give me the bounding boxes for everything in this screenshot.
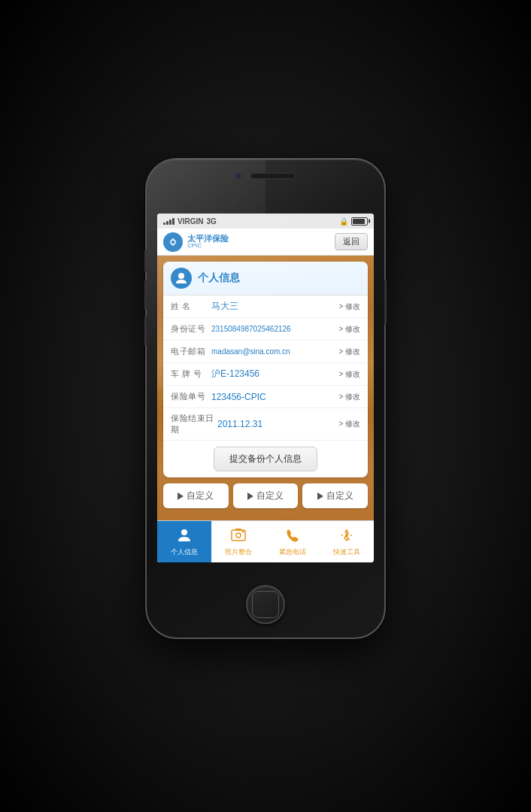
nav-tools[interactable]: 快速工具 xyxy=(320,521,374,562)
expiry-edit-btn[interactable]: > 修改 xyxy=(338,419,360,429)
play-icon-1 xyxy=(178,492,184,500)
nav-personal-label: 个人信息 xyxy=(171,547,198,557)
lock-icon: 🔒 xyxy=(339,217,348,226)
phone-top-area xyxy=(205,173,326,179)
status-right: 🔒 xyxy=(339,217,368,226)
custom-btn-label-1: 自定义 xyxy=(187,489,214,502)
home-button-inner xyxy=(252,591,279,618)
custom-button-3[interactable]: 自定义 xyxy=(302,483,368,508)
card-title: 个人信息 xyxy=(198,271,240,285)
bottom-navigation: 个人信息 照片整合 xyxy=(157,520,374,562)
app-logo: 太平洋保险 CPIC xyxy=(163,232,229,252)
custom-button-1[interactable]: 自定义 xyxy=(163,483,229,508)
phone-nav-svg xyxy=(284,527,301,544)
nav-tools-label: 快速工具 xyxy=(333,547,360,557)
signal-bar-4 xyxy=(172,218,174,225)
expiry-label: 保险结束日期 xyxy=(171,413,217,435)
home-button[interactable] xyxy=(246,585,285,624)
nav-photo-icon xyxy=(230,527,247,546)
status-bar: VIRGIN 3G 🔒 xyxy=(157,214,374,229)
nav-emergency-label: 紧急电话 xyxy=(279,547,306,557)
expiry-row: 保险结束日期 2011.12.31 > 修改 xyxy=(163,408,368,441)
signal-bar-3 xyxy=(169,220,171,225)
cpic-logo-icon xyxy=(163,232,183,252)
personal-info-card: 个人信息 姓 名 马大三 > 修改 身份证号 23150849870254621… xyxy=(163,262,368,477)
status-left: VIRGIN 3G xyxy=(163,217,217,226)
policy-edit-btn[interactable]: > 修改 xyxy=(338,392,360,402)
submit-btn-row: 提交备份个人信息 xyxy=(163,441,368,477)
person-svg xyxy=(174,271,188,285)
signal-bar-1 xyxy=(163,223,165,225)
phone-body: VIRGIN 3G 🔒 xyxy=(145,158,386,639)
volume-down-button[interactable] xyxy=(144,316,147,346)
earpiece-speaker xyxy=(250,173,296,179)
back-button[interactable]: 返回 xyxy=(335,233,368,250)
person-avatar-icon xyxy=(171,268,192,289)
network-type: 3G xyxy=(206,217,216,226)
nav-photos[interactable]: 照片整合 xyxy=(211,521,266,562)
svg-point-6 xyxy=(242,530,244,532)
nav-person-icon xyxy=(176,527,193,546)
custom-buttons-row: 自定义 自定义 自定义 xyxy=(163,483,368,508)
email-row: 电子邮箱 madasan@sina.com.cn > 修改 xyxy=(163,341,368,363)
policy-value: 123456-CPIC xyxy=(211,392,338,402)
policy-label: 保险单号 xyxy=(171,391,211,402)
nav-personal-info[interactable]: 个人信息 xyxy=(157,521,211,562)
signal-bar-2 xyxy=(166,221,168,225)
id-edit-btn[interactable]: > 修改 xyxy=(338,324,360,335)
volume-up-button[interactable] xyxy=(144,280,147,310)
email-edit-btn[interactable]: > 修改 xyxy=(338,347,360,357)
carrier-name: VIRGIN xyxy=(178,217,203,226)
app-name-en: CPIC xyxy=(187,243,229,250)
plate-label: 车 牌 号 xyxy=(171,368,211,380)
power-button[interactable] xyxy=(384,280,387,325)
policy-row: 保险单号 123456-CPIC > 修改 xyxy=(163,386,368,408)
person-nav-svg xyxy=(176,527,193,544)
name-row: 姓 名 马大三 > 修改 xyxy=(163,295,368,318)
svg-rect-5 xyxy=(235,529,241,531)
app-name-text: 太平洋保险 CPIC xyxy=(187,234,229,250)
nav-emergency[interactable]: 紧急电话 xyxy=(266,521,320,562)
submit-backup-button[interactable]: 提交备份个人信息 xyxy=(214,447,317,471)
mute-button[interactable] xyxy=(144,250,147,272)
svg-point-1 xyxy=(178,273,184,279)
svg-point-7 xyxy=(345,534,348,537)
id-label: 身份证号 xyxy=(171,323,211,335)
play-icon-2 xyxy=(247,492,253,500)
play-icon-3 xyxy=(317,492,323,500)
plate-value: 沪E-123456 xyxy=(211,368,338,380)
id-value: 2315084987025462126 xyxy=(211,325,338,333)
id-row: 身份证号 2315084987025462126 > 修改 xyxy=(163,318,368,341)
main-content: 个人信息 姓 名 马大三 > 修改 身份证号 23150849870254621… xyxy=(157,256,374,520)
svg-point-0 xyxy=(167,236,179,248)
tool-nav-svg xyxy=(338,527,355,544)
name-edit-btn[interactable]: > 修改 xyxy=(338,301,360,312)
svg-point-2 xyxy=(181,529,187,535)
svg-point-4 xyxy=(236,533,241,538)
app-header: 太平洋保险 CPIC 返回 xyxy=(157,229,374,256)
photo-nav-svg xyxy=(230,527,247,544)
card-header: 个人信息 xyxy=(163,262,368,295)
signal-strength xyxy=(163,218,174,225)
name-value: 马大三 xyxy=(211,300,338,313)
nav-phone-icon xyxy=(284,527,301,546)
phone-mockup: VIRGIN 3G 🔒 xyxy=(145,158,386,639)
custom-button-2[interactable]: 自定义 xyxy=(233,483,299,508)
battery-indicator xyxy=(351,217,368,226)
expiry-value: 2011.12.31 xyxy=(217,419,338,429)
custom-btn-label-2: 自定义 xyxy=(256,489,284,502)
nav-photos-label: 照片整合 xyxy=(225,547,252,557)
front-camera xyxy=(235,173,241,179)
custom-btn-label-3: 自定义 xyxy=(326,489,353,502)
battery-fill xyxy=(353,219,365,224)
nav-tool-icon xyxy=(338,527,355,546)
email-label: 电子邮箱 xyxy=(171,346,211,357)
cpic-logo-svg xyxy=(166,235,180,249)
phone-screen: VIRGIN 3G 🔒 xyxy=(157,214,374,562)
screen-content: VIRGIN 3G 🔒 xyxy=(157,214,374,562)
plate-edit-btn[interactable]: > 修改 xyxy=(338,369,360,380)
email-value: madasan@sina.com.cn xyxy=(211,347,338,356)
name-label: 姓 名 xyxy=(171,301,211,312)
plate-row: 车 牌 号 沪E-123456 > 修改 xyxy=(163,363,368,386)
